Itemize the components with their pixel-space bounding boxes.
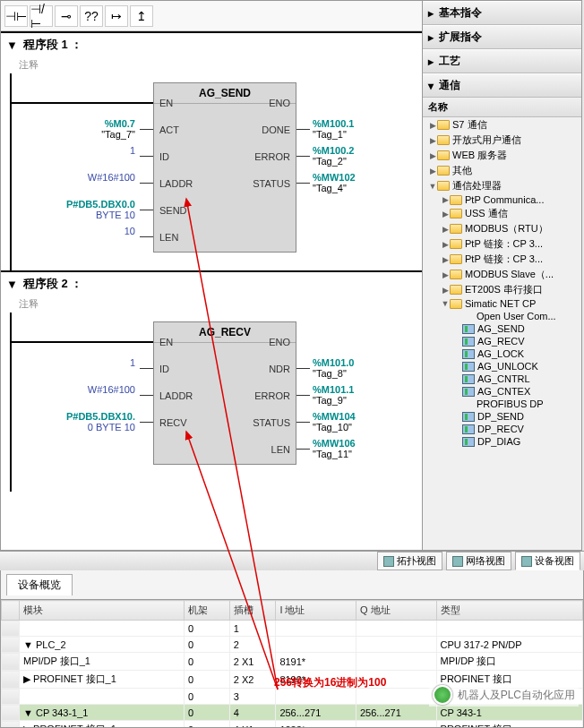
tab-icon xyxy=(452,556,463,567)
toolbar-button-1[interactable]: ⊣/⊢ xyxy=(30,5,53,27)
cell xyxy=(20,689,185,705)
tree-item[interactable]: PROFIBUS DP xyxy=(423,398,581,410)
tree-label: PtP Communica... xyxy=(465,194,544,205)
toolbar-button-5[interactable]: ↥ xyxy=(130,5,153,27)
toolbar-button-2[interactable]: ⊸ xyxy=(55,5,78,27)
toolbar-button-0[interactable]: ⊣⊢ xyxy=(4,5,28,27)
pin-value-laddr[interactable]: W#16#100 xyxy=(88,384,135,395)
collapse-icon: ▼ xyxy=(6,39,18,52)
expand-icon: ▶ xyxy=(441,240,450,249)
tree-item[interactable]: ▶ET200S 串行接口 xyxy=(423,282,581,297)
col-header[interactable]: 模块 xyxy=(20,601,185,621)
segment-header[interactable]: ▼程序段 1 ： xyxy=(1,33,422,56)
tree-item[interactable]: AG_CNTRL xyxy=(423,373,581,385)
tree-item[interactable]: ▼通信处理器 xyxy=(423,178,581,193)
pin-value-recv[interactable]: P#DB5.DBX10.0 BYTE 10 xyxy=(66,411,135,433)
section-工艺[interactable]: ▸工艺 xyxy=(423,49,581,73)
tree-item[interactable]: AG_UNLOCK xyxy=(423,360,581,373)
toolbar-button-4[interactable]: ↦ xyxy=(105,5,128,27)
block-icon xyxy=(462,362,475,372)
tree-label: AG_LOCK xyxy=(477,348,524,359)
device-row[interactable]: ▶ PROFINET 接口_104 X11023*PROFINET 接口 xyxy=(2,721,583,728)
segment-comment[interactable]: 注释 xyxy=(1,56,422,73)
col-header[interactable]: I 地址 xyxy=(276,601,356,621)
device-row[interactable]: ▼ CP 343-1_104256...271256...271CP 343-1 xyxy=(2,705,583,721)
tree-label: 通信处理器 xyxy=(452,179,502,193)
pin-value-error[interactable]: %M100.2"Tag_2" xyxy=(313,145,354,167)
pin-value-id[interactable]: 1 xyxy=(130,357,135,368)
pin-id: ID xyxy=(159,151,169,162)
tree-item[interactable]: ▶MODBUS Slave（... xyxy=(423,267,581,282)
view-tab-设备视图[interactable]: 设备视图 xyxy=(515,552,580,570)
device-row[interactable]: ▼ PLC_202CPU 317-2 PN/DP xyxy=(2,637,583,653)
cell: 1023* xyxy=(276,721,356,728)
device-grid[interactable]: 模块机架插槽I 地址Q 地址类型01▼ PLC_202CPU 317-2 PN/… xyxy=(1,599,583,727)
cell xyxy=(436,621,582,637)
col-header[interactable]: 插槽 xyxy=(229,601,276,621)
cell: 256...271 xyxy=(356,705,436,721)
cell: 1 xyxy=(229,621,276,637)
view-tab-拓扑视图[interactable]: 拓扑视图 xyxy=(377,552,442,570)
tree-item[interactable]: ▶WEB 服务器 xyxy=(423,148,581,163)
pin-error: ERROR xyxy=(254,151,290,162)
folder-icon xyxy=(450,285,462,295)
device-row[interactable]: MPI/DP 接口_102 X18191*MPI/DP 接口 xyxy=(2,653,583,671)
pin-value-id[interactable]: 1 xyxy=(130,145,135,156)
tree-item[interactable]: Open User Com... xyxy=(423,310,581,322)
tree-item[interactable]: AG_CNTEX xyxy=(423,385,581,398)
device-row[interactable]: 01 xyxy=(2,621,583,637)
cell xyxy=(276,621,356,637)
tab-icon xyxy=(383,556,394,567)
folder-icon xyxy=(437,181,450,191)
tree-item[interactable]: ▶PtP Communica... xyxy=(423,193,581,206)
col-header[interactable] xyxy=(2,601,20,621)
tree-item[interactable]: DP_RECV xyxy=(423,423,581,435)
tree-item[interactable]: AG_RECV xyxy=(423,335,581,347)
section-基本指令[interactable]: ▸基本指令 xyxy=(423,1,581,25)
cell: 0 xyxy=(185,671,230,689)
pin-value-status[interactable]: %MW102"Tag_4" xyxy=(313,172,356,193)
expand-icon: ▶ xyxy=(428,136,437,145)
segment-header[interactable]: ▼程序段 2 ： xyxy=(1,272,422,295)
fb-ag_send[interactable]: AG_SENDENACTIDLADDRSENDLENENODONEERRORST… xyxy=(153,82,296,253)
pin-value-act[interactable]: %M0.7"Tag_7" xyxy=(101,118,135,140)
tree-item[interactable]: DP_SEND xyxy=(423,410,581,423)
col-header[interactable]: 类型 xyxy=(436,601,582,621)
pin-value-laddr[interactable]: W#16#100 xyxy=(88,172,135,183)
tree-item[interactable]: ▶PtP 链接：CP 3... xyxy=(423,236,581,252)
tree-item[interactable]: ▶其他 xyxy=(423,163,581,178)
view-tab-网络视图[interactable]: 网络视图 xyxy=(446,552,511,570)
pin-value-error[interactable]: %M101.1"Tag_9" xyxy=(313,384,354,406)
tree-label: 开放式用户通信 xyxy=(452,133,521,147)
tree-label: PtP 链接：CP 3... xyxy=(465,237,543,251)
col-header[interactable]: Q 地址 xyxy=(356,601,436,621)
section-扩展指令[interactable]: ▸扩展指令 xyxy=(423,25,581,49)
tree-item[interactable]: ▼Simatic NET CP xyxy=(423,297,581,310)
fb-ag_recv[interactable]: AG_RECVENIDLADDRRECVENONDRERRORSTATUSLEN xyxy=(153,321,296,465)
ladder-canvas[interactable]: ▼程序段 1 ：注释%M0.7"Tag_7"1W#16#100P#DB5.DBX… xyxy=(1,31,422,550)
pin-value-len[interactable]: %MW106"Tag_11" xyxy=(313,438,356,459)
instruction-tree[interactable]: ▶S7 通信▶开放式用户通信▶WEB 服务器▶其他▼通信处理器▶PtP Comm… xyxy=(423,117,581,550)
tree-item[interactable]: ▶PtP 链接：CP 3... xyxy=(423,252,581,267)
pin-value-len[interactable]: 10 xyxy=(125,226,135,236)
tree-item[interactable]: AG_LOCK xyxy=(423,347,581,360)
col-header[interactable]: 机架 xyxy=(185,601,230,621)
tree-item[interactable]: DP_DIAG xyxy=(423,435,581,448)
tree-item[interactable]: ▶S7 通信 xyxy=(423,117,581,133)
segment-comment[interactable]: 注释 xyxy=(1,295,422,313)
folder-icon xyxy=(450,299,462,309)
tree-label: Open User Com... xyxy=(477,311,556,321)
tree-item[interactable]: ▶USS 通信 xyxy=(423,206,581,221)
folder-icon xyxy=(450,195,462,205)
device-overview-tab[interactable]: 设备概览 xyxy=(6,574,73,595)
section-通信[interactable]: ▾通信 xyxy=(423,73,581,98)
tree-label: MODBUS Slave（... xyxy=(465,268,554,281)
pin-value-done[interactable]: %M100.1"Tag_1" xyxy=(313,118,354,140)
toolbar-button-3[interactable]: ?? xyxy=(80,5,103,27)
tree-item[interactable]: ▶开放式用户通信 xyxy=(423,133,581,148)
pin-value-send[interactable]: P#DB5.DBX0.0BYTE 10 xyxy=(66,199,135,220)
tree-item[interactable]: ▶MODBUS（RTU） xyxy=(423,221,581,236)
pin-value-status[interactable]: %MW104"Tag_10" xyxy=(313,411,356,433)
pin-value-ndr[interactable]: %M101.0"Tag_8" xyxy=(313,357,354,379)
tree-item[interactable]: AG_SEND xyxy=(423,322,581,335)
